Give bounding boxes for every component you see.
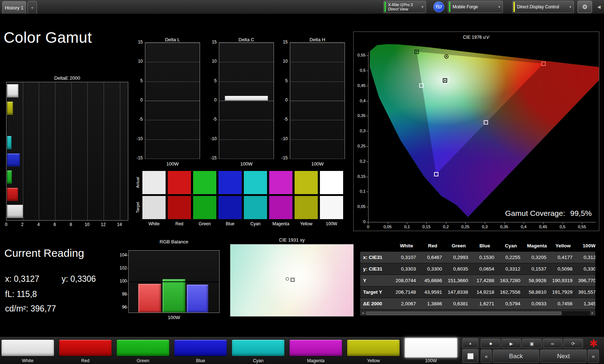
delta-h-plot	[290, 42, 345, 159]
table-cell: 0,3312	[498, 263, 524, 275]
delta-ytick-label: 5	[275, 78, 288, 83]
back-button[interactable]: Back	[493, 350, 539, 363]
patch-cyan[interactable]	[232, 339, 285, 356]
cie-xtick-label: 0,5	[556, 225, 569, 229]
add-tab-button[interactable]: +	[28, 1, 37, 14]
cyan-secondary-marker	[419, 83, 424, 88]
back-chevron-button[interactable]: «	[481, 350, 492, 363]
table-row-label: y: CIE31	[360, 263, 393, 275]
scroll-right-icon[interactable]: ►	[590, 311, 595, 315]
delta-h-chart: Delta H 100W 151050-5-10-15	[275, 36, 346, 168]
delta-l-title: Delta L	[145, 37, 200, 42]
patch-label-white: White	[1, 358, 54, 363]
display-status-bar	[513, 2, 515, 12]
table-header-cell: Magenta	[524, 240, 550, 251]
actual-row-label: Actual	[136, 171, 141, 194]
patch-yellow[interactable]	[347, 339, 400, 356]
patch-label-blue: Blue	[174, 358, 227, 363]
patch-100w[interactable]	[404, 338, 458, 358]
source-dropdown[interactable]: Mobile Forge ▼	[448, 1, 503, 13]
cie-ytick-label: 0,25	[354, 144, 366, 148]
gamut-coverage: Gamut Coverage:99,5%	[505, 209, 592, 218]
table-header-cell: Red	[420, 240, 446, 251]
patch-green[interactable]	[116, 339, 170, 356]
table-header-cell: Blue	[472, 240, 498, 251]
cie-xtick-label: 0,05	[381, 225, 394, 229]
rgb-ytick-mark	[126, 307, 128, 307]
table-row: ΔE 20002,00671,38860,63811,62710,57940,0…	[360, 298, 595, 310]
scroll-thumb[interactable]	[366, 311, 562, 315]
measurement-count-badge[interactable]: 717	[433, 1, 444, 12]
swatch-col-white: White	[142, 171, 166, 229]
next-chevron-button[interactable]: »	[588, 350, 599, 363]
plus-icon: +	[31, 5, 34, 11]
swatch-col-100w: 100W	[320, 171, 343, 229]
deltae2000-plot	[6, 82, 128, 221]
deltae-xtick-label: 6	[50, 222, 59, 227]
scroll-left-icon[interactable]: ◄	[360, 311, 366, 315]
collapse-panel-button[interactable]: ◀	[595, 1, 603, 13]
cie-xtick-mark	[582, 222, 582, 224]
badge-value: 717	[436, 5, 442, 9]
delta-ytick-label: -5	[204, 117, 217, 122]
cie1931-target-marker	[291, 278, 295, 282]
deltae2000-chart-title: DeltaE 2000	[6, 75, 128, 81]
gamut-coverage-label: Gamut Coverage:	[505, 209, 565, 217]
patch-red[interactable]	[59, 339, 112, 356]
settings-button[interactable]: ⚙	[578, 1, 592, 13]
transport-save-icon[interactable]: ▣	[522, 339, 542, 348]
tab-history-1-label: History 1	[5, 5, 23, 11]
transport-stop-icon[interactable]: ■	[481, 339, 500, 348]
table-cell: 0,6467	[420, 252, 446, 263]
patch-blue[interactable]	[174, 339, 227, 356]
deltae-xtick-label: 14	[115, 222, 124, 227]
deltae-gridline	[23, 82, 23, 220]
patch-white[interactable]	[1, 339, 54, 356]
next-button[interactable]: Next	[540, 350, 587, 363]
cie-ytick-label: 0,35	[354, 113, 366, 118]
pattern-window-button[interactable]	[462, 349, 478, 363]
results-table: WhiteRedGreenBlueCyanMagentaYellow100Wx:…	[360, 240, 595, 316]
chevron-down-icon: ▼	[421, 5, 424, 9]
delta-gridline	[290, 43, 345, 43]
delta-ytick-label: -5	[130, 117, 143, 122]
table-row-label: Y	[360, 275, 393, 286]
delta-gridline	[219, 120, 274, 120]
cie-xtick-label: 0,4	[517, 225, 530, 229]
cie-xtick-label: 0,2	[440, 225, 453, 229]
table-cell: 391,5570	[576, 286, 595, 298]
delta-bar	[225, 96, 268, 101]
next-button-label: Next	[557, 353, 570, 360]
rgb-ytick-label: 96	[115, 305, 127, 310]
delta-ytick-label: 15	[204, 39, 217, 45]
delta-l-x-label: 100W	[145, 161, 200, 167]
table-cell: 0,2993	[446, 252, 472, 263]
swatch-actual	[320, 171, 343, 194]
transport-infinity-icon[interactable]: ∞	[543, 339, 562, 348]
calman-asterisk-icon: ✱	[586, 338, 601, 349]
table-cell: 0,3300	[420, 263, 446, 275]
pattern-window-up-button[interactable]: ▲	[462, 338, 478, 348]
transport-play-icon[interactable]: ▶	[501, 339, 521, 348]
cie-xtick-label: 0,15	[420, 225, 433, 229]
meter-dropdown[interactable]: X-Rite i1Pro 3 Direct View ▼	[383, 1, 426, 13]
delta-h-title: Delta H	[290, 37, 345, 42]
table-header-cell: 100W	[576, 240, 595, 251]
table-cell: 14,9218	[472, 286, 498, 298]
marker-dot	[446, 56, 447, 57]
delta-ytick-label: 10	[130, 59, 143, 64]
tab-history-1[interactable]: History 1	[2, 1, 26, 14]
reading-y: y: 0,3306	[62, 274, 96, 284]
up-arrow-icon: ▲	[469, 342, 472, 345]
display-control-dropdown[interactable]: Direct Display Control ▼	[512, 1, 574, 13]
cie-x-axis	[368, 222, 596, 222]
patch-magenta[interactable]	[289, 339, 342, 356]
gear-icon: ⚙	[582, 3, 587, 11]
collapse-arrow-icon: ◀	[597, 4, 600, 9]
chevron-right-icon: »	[592, 353, 595, 359]
delta-ytick-label: 0	[204, 97, 217, 102]
table-cell: 0,1530	[472, 252, 498, 263]
table-scrollbar[interactable]: ◄ ►	[360, 311, 595, 316]
swatch-label: Cyan	[243, 221, 267, 226]
transport-refresh-icon[interactable]: ⟳	[563, 339, 583, 348]
